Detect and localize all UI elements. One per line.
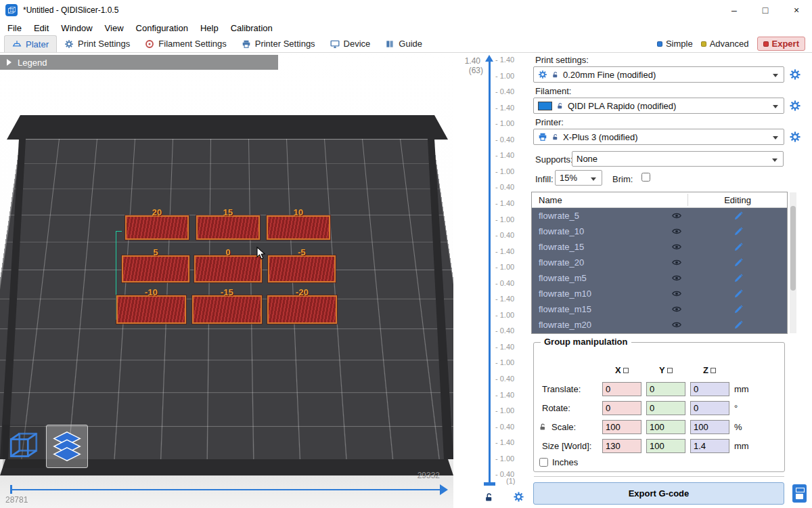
plate-object-5[interactable]: 5 xyxy=(122,255,189,282)
visibility-eye-icon[interactable] xyxy=(671,257,682,268)
rotate-z-input[interactable] xyxy=(690,401,729,415)
plate-object-10[interactable]: 10 xyxy=(267,215,330,240)
menu-edit[interactable]: Edit xyxy=(28,22,55,35)
edit-object-icon[interactable] xyxy=(734,273,744,283)
titlebar[interactable]: *Untitled - QIDISlicer-1.0.5 –□× xyxy=(0,0,812,20)
visibility-eye-icon[interactable] xyxy=(671,304,682,314)
menu-view[interactable]: View xyxy=(99,22,130,35)
move-slider-track[interactable] xyxy=(12,489,440,490)
printer-combo[interactable]: X-Plus 3 (modified) xyxy=(533,129,784,145)
size-world-y-input[interactable] xyxy=(646,439,685,453)
tab-guide[interactable]: Guide xyxy=(378,35,430,52)
object-row-flowrate_m10[interactable]: flowrate_m10 xyxy=(532,286,787,301)
size-world-x-input[interactable] xyxy=(602,439,641,453)
print-settings-combo[interactable]: 0.20mm Fine (modified) xyxy=(533,66,784,83)
visibility-eye-icon[interactable] xyxy=(671,320,682,330)
rotate-y-input[interactable] xyxy=(646,401,685,415)
size-world-z-input[interactable] xyxy=(690,439,729,453)
visibility-eye-icon[interactable] xyxy=(671,211,682,221)
edit-object-icon[interactable] xyxy=(734,304,744,314)
unit-label: % xyxy=(734,422,742,432)
plate-object--10[interactable]: -10 xyxy=(116,295,186,324)
3d-view-button[interactable] xyxy=(3,425,45,468)
close-button[interactable]: × xyxy=(781,0,812,20)
visibility-eye-icon[interactable] xyxy=(671,242,682,252)
edit-object-icon[interactable] xyxy=(734,226,744,236)
move-slider-min-value: 28781 xyxy=(5,495,28,505)
menu-configuration[interactable]: Configuration xyxy=(130,22,194,35)
scale-x-input[interactable] xyxy=(602,420,641,434)
menu-calibration[interactable]: Calibration xyxy=(225,22,279,35)
filament-gear-button[interactable] xyxy=(789,100,801,112)
tab-print-settings[interactable]: Print Settings xyxy=(57,35,137,52)
menu-help[interactable]: Help xyxy=(194,22,225,35)
rotate-x-input[interactable] xyxy=(602,401,641,415)
layer-slider-track[interactable] xyxy=(489,62,491,484)
tab-plater[interactable]: Plater xyxy=(4,35,57,52)
object-row-flowrate_5[interactable]: flowrate_5 xyxy=(532,208,787,224)
object-row-flowrate_15[interactable]: flowrate_15 xyxy=(532,239,787,255)
edit-object-icon[interactable] xyxy=(734,289,744,299)
plate-object-0[interactable]: 0 xyxy=(194,255,262,282)
object-name: flowrate_m20 xyxy=(532,320,591,330)
layer-slider-bottom-thumb[interactable] xyxy=(484,482,495,486)
plate-object-20[interactable]: 20 xyxy=(125,215,189,240)
menu-file[interactable]: File xyxy=(1,22,28,35)
mode-expert[interactable]: Expert xyxy=(757,37,805,51)
send-gcode-icon-button[interactable] xyxy=(792,484,807,503)
plate-object--15[interactable]: -15 xyxy=(192,295,262,324)
layer-settings-gear-icon[interactable] xyxy=(513,491,524,503)
axis-y-header: Y xyxy=(659,365,673,375)
layer-tick: - 1.40 xyxy=(495,247,514,255)
translate-x-input[interactable] xyxy=(602,382,641,396)
minimize-button[interactable]: – xyxy=(719,0,750,20)
inches-checkbox[interactable] xyxy=(539,458,548,467)
object-row-flowrate_m15[interactable]: flowrate_m15 xyxy=(532,301,787,317)
print-settings-gear-button[interactable] xyxy=(789,68,801,81)
maximize-button[interactable]: □ xyxy=(750,0,781,20)
export-gcode-button[interactable]: Export G-code xyxy=(533,482,784,505)
layer-lock-icon[interactable] xyxy=(484,492,494,503)
legend-collapsed-bar[interactable]: Legend xyxy=(0,55,278,70)
brim-checkbox[interactable] xyxy=(641,173,650,182)
visibility-eye-icon[interactable] xyxy=(671,226,682,236)
plate-object--20[interactable]: -20 xyxy=(267,295,337,324)
menu-window[interactable]: Window xyxy=(55,22,98,35)
window-controls: –□× xyxy=(719,0,812,20)
filament-combo[interactable]: QIDI PLA Rapido (modified) xyxy=(533,98,784,114)
print-settings-value: 0.20mm Fine (modified) xyxy=(563,70,656,80)
object-row-flowrate_10[interactable]: flowrate_10 xyxy=(532,224,787,239)
edit-object-icon[interactable] xyxy=(734,320,744,330)
printer-gear-button[interactable] xyxy=(789,131,801,143)
plate-object-15[interactable]: 15 xyxy=(196,215,260,240)
mode-advanced[interactable]: Advanced xyxy=(701,39,749,49)
tab-printer-settings[interactable]: Printer Settings xyxy=(234,35,323,52)
scale-z-input[interactable] xyxy=(690,420,729,434)
object-row-flowrate_20[interactable]: flowrate_20 xyxy=(532,255,787,270)
layers-view-button[interactable] xyxy=(46,425,88,468)
supports-combo[interactable]: None xyxy=(572,151,784,167)
edit-object-icon[interactable] xyxy=(734,257,744,268)
scale-y-input[interactable] xyxy=(646,420,685,434)
object-list-scrollbar[interactable] xyxy=(790,192,796,333)
visibility-eye-icon[interactable] xyxy=(671,273,682,283)
plate-object--5[interactable]: -5 xyxy=(268,255,336,282)
move-slider-arrow-icon[interactable] xyxy=(440,484,448,495)
mode-simple[interactable]: Simple xyxy=(657,39,693,49)
qidislicer-window: *Untitled - QIDISlicer-1.0.5 –□× FileEdi… xyxy=(0,0,812,508)
device-icon xyxy=(330,39,340,49)
infill-combo[interactable]: 15% xyxy=(555,170,602,186)
tab-filament-settings[interactable]: Filament Settings xyxy=(137,35,233,52)
scale-lock-icon[interactable] xyxy=(539,423,547,431)
scrollbar-thumb[interactable] xyxy=(790,206,796,291)
layer-slider-top-thumb[interactable] xyxy=(485,55,493,62)
viewport-3d[interactable]: 20151050-5-10-15-20 Legend 29332 28781 xyxy=(0,53,453,508)
edit-object-icon[interactable] xyxy=(734,242,744,252)
visibility-eye-icon[interactable] xyxy=(671,289,682,299)
translate-y-input[interactable] xyxy=(646,382,685,396)
translate-z-input[interactable] xyxy=(690,382,729,396)
object-row-flowrate_m5[interactable]: flowrate_m5 xyxy=(532,270,787,286)
object-row-flowrate_m20[interactable]: flowrate_m20 xyxy=(532,317,787,333)
edit-object-icon[interactable] xyxy=(734,211,744,221)
tab-device[interactable]: Device xyxy=(323,35,378,52)
